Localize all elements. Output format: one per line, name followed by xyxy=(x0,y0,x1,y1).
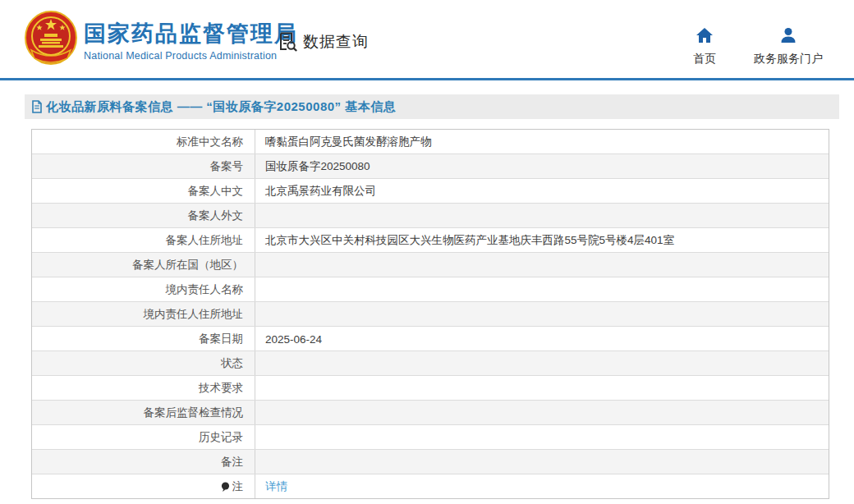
national-emblem-logo xyxy=(25,11,77,67)
row-value xyxy=(255,401,829,424)
row-value xyxy=(255,277,829,301)
row-label: 备案日期 xyxy=(32,327,255,351)
table-row: 标准中文名称嗜黏蛋白阿克曼氏菌发酵溶胞产物 xyxy=(32,130,829,153)
row-value: 嗜黏蛋白阿克曼氏菌发酵溶胞产物 xyxy=(255,130,829,153)
table-row: 历史记录 xyxy=(32,424,829,449)
row-label-text: 备案日期 xyxy=(199,332,243,346)
site-title: 国家药品监督管理局 xyxy=(84,21,298,47)
row-label: 备案人住所地址 xyxy=(32,228,255,252)
top-nav: 首页 政务服务门户 xyxy=(693,27,823,66)
user-icon xyxy=(780,27,797,47)
row-value: 2025-06-24 xyxy=(255,327,829,351)
row-label: 标准中文名称 xyxy=(32,130,255,153)
table-row: 注详情 xyxy=(32,474,829,498)
balloon-icon xyxy=(221,482,230,493)
nav-portal-label: 政务服务门户 xyxy=(754,52,823,66)
table-row: 状态 xyxy=(32,351,829,375)
row-value-text: 国妆原备字20250080 xyxy=(265,159,370,174)
table-row: 备案人所在国（地区） xyxy=(32,252,829,277)
row-label: 备案人外文 xyxy=(32,204,255,227)
row-label-text: 备注 xyxy=(221,455,243,470)
site-subtitle: National Medical Products Administration xyxy=(84,50,298,62)
main-content: 化妆品新原料备案信息 —— “国妆原备字20250080” 基本信息 标准中文名… xyxy=(25,94,839,499)
row-label-text: 技术要求 xyxy=(199,381,243,396)
row-value xyxy=(255,450,829,474)
row-value-text: 北京市大兴区中关村科技园区大兴生物医药产业基地庆丰西路55号院5号楼4层401室 xyxy=(265,233,674,248)
row-value xyxy=(255,204,829,227)
brand-block: 国家药品监督管理局 National Medical Products Admi… xyxy=(84,21,298,62)
document-icon xyxy=(31,100,43,113)
row-label-text: 状态 xyxy=(221,356,243,371)
row-value-text: 北京禹景药业有限公司 xyxy=(265,184,376,199)
site-header: 国家药品监督管理局 National Medical Products Admi… xyxy=(0,0,854,78)
row-value: 国妆原备字20250080 xyxy=(255,154,829,178)
table-row: 备案日期2025-06-24 xyxy=(32,326,829,351)
row-value: 北京市大兴区中关村科技园区大兴生物医药产业基地庆丰西路55号院5号楼4层401室 xyxy=(255,228,829,252)
row-value xyxy=(255,425,829,449)
row-value xyxy=(255,302,829,326)
nav-home-label: 首页 xyxy=(693,52,716,66)
table-row: 备案人中文北京禹景药业有限公司 xyxy=(32,178,829,203)
row-label: 备案人所在国（地区） xyxy=(32,253,255,277)
row-label-text: 注 xyxy=(232,479,244,494)
table-row: 境内责任人住所地址 xyxy=(32,301,829,326)
row-value-text: 2025-06-24 xyxy=(265,333,322,346)
table-row: 备案号国妆原备字20250080 xyxy=(32,153,829,178)
row-label-text: 标准中文名称 xyxy=(177,135,243,149)
row-label-text: 备案人中文 xyxy=(188,184,244,199)
row-label-text: 备案后监督检查情况 xyxy=(144,405,244,420)
row-label-text: 备案号 xyxy=(210,159,244,174)
row-value xyxy=(255,376,829,400)
row-label: 境内责任人名称 xyxy=(32,277,255,301)
row-value: 详情 xyxy=(255,474,829,498)
row-label-text: 备案人外文 xyxy=(188,208,244,223)
data-query-section[interactable]: 数据查询 xyxy=(277,30,369,53)
row-label: 备案后监督检查情况 xyxy=(32,401,255,424)
row-label: 历史记录 xyxy=(32,425,255,449)
row-value xyxy=(255,253,829,277)
nav-portal[interactable]: 政务服务门户 xyxy=(754,27,823,66)
header-divider xyxy=(0,78,854,80)
row-label-text: 备案人所在国（地区） xyxy=(132,258,243,273)
row-label: 备案号 xyxy=(32,154,255,178)
row-label: 技术要求 xyxy=(32,376,255,400)
data-query-label: 数据查询 xyxy=(303,31,369,53)
detail-link[interactable]: 详情 xyxy=(265,479,287,494)
row-label-text: 备案人住所地址 xyxy=(166,233,244,248)
row-label: 境内责任人住所地址 xyxy=(32,302,255,326)
table-row: 备案后监督检查情况 xyxy=(32,400,829,424)
table-row: 备案人外文 xyxy=(32,203,829,227)
row-label-text: 历史记录 xyxy=(199,430,243,445)
row-value: 北京禹景药业有限公司 xyxy=(255,179,829,203)
row-label-text: 境内责任人名称 xyxy=(166,282,244,297)
page-title: 化妆品新原料备案信息 —— “国妆原备字20250080” 基本信息 xyxy=(46,99,396,115)
row-value-text: 嗜黏蛋白阿克曼氏菌发酵溶胞产物 xyxy=(265,135,432,149)
row-label: 状态 xyxy=(32,351,255,375)
row-label: 注 xyxy=(32,474,255,498)
page-title-bar: 化妆品新原料备案信息 —— “国妆原备字20250080” 基本信息 xyxy=(25,94,839,119)
info-table: 标准中文名称嗜黏蛋白阿克曼氏菌发酵溶胞产物备案号国妆原备字20250080备案人… xyxy=(31,129,829,499)
row-label: 备案人中文 xyxy=(32,179,255,203)
row-value xyxy=(255,351,829,375)
table-row: 备案人住所地址北京市大兴区中关村科技园区大兴生物医药产业基地庆丰西路55号院5号… xyxy=(32,227,829,252)
row-label: 备注 xyxy=(32,450,255,474)
document-search-icon xyxy=(277,30,299,53)
table-row: 技术要求 xyxy=(32,375,829,400)
home-icon xyxy=(696,27,714,47)
row-label-text: 境内责任人住所地址 xyxy=(144,307,244,322)
nav-home[interactable]: 首页 xyxy=(693,27,716,66)
table-row: 境内责任人名称 xyxy=(32,277,829,301)
table-row: 备注 xyxy=(32,449,829,474)
